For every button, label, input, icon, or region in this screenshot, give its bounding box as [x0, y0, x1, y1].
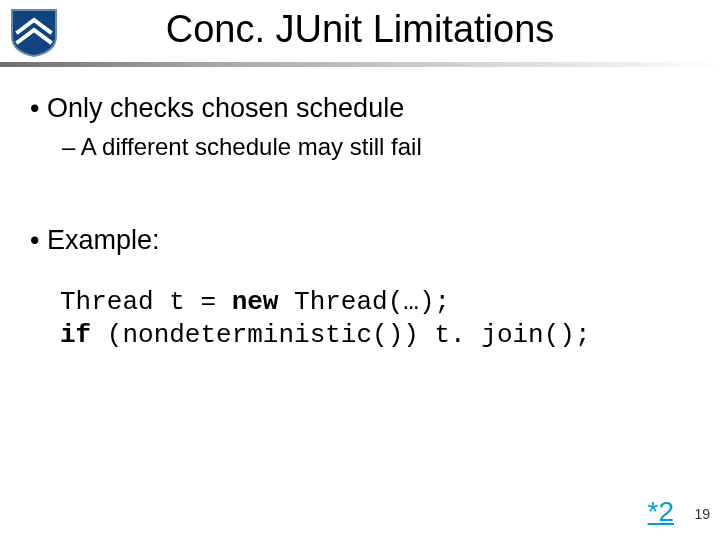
- title-divider: [0, 62, 720, 67]
- title-bar: Conc. JUnit Limitations: [0, 0, 720, 66]
- bullet-level1: Only checks chosen schedule: [30, 92, 690, 126]
- page-number: 19: [694, 506, 710, 522]
- code-block: Thread t = new Thread(…); if (nondetermi…: [60, 286, 690, 354]
- footnote-link[interactable]: *2: [648, 496, 674, 528]
- slide-title: Conc. JUnit Limitations: [0, 8, 720, 51]
- bullet-level1: Example:: [30, 224, 690, 258]
- code-text: Thread(…);: [278, 287, 450, 317]
- slide-content: Only checks chosen schedule A different …: [0, 66, 720, 353]
- bullet-text: A different schedule may still fail: [62, 133, 422, 160]
- bullet-level2: A different schedule may still fail: [62, 132, 690, 162]
- code-keyword: if: [60, 320, 91, 350]
- code-text: (nondeterministic()) t. join();: [91, 320, 590, 350]
- slide: Conc. JUnit Limitations Only checks chos…: [0, 0, 720, 540]
- bullet-text: Example:: [30, 225, 160, 255]
- bullet-text: Only checks chosen schedule: [30, 93, 404, 123]
- code-keyword: new: [232, 287, 279, 317]
- code-text: Thread t =: [60, 287, 232, 317]
